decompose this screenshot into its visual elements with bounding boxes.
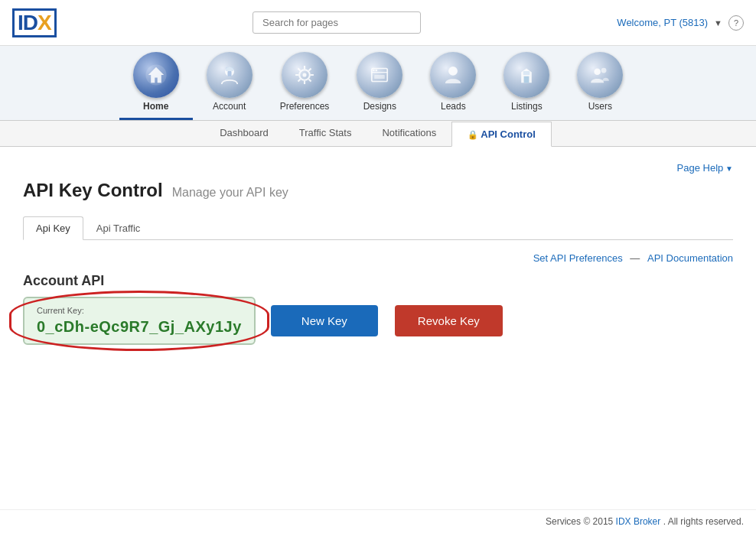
nav-label-account: Account xyxy=(213,101,246,112)
search-input[interactable] xyxy=(253,11,421,34)
svg-line-13 xyxy=(298,80,300,82)
lock-icon: 🔒 xyxy=(468,130,478,139)
sub-nav-dashboard[interactable]: Dashboard xyxy=(204,121,284,146)
page-subtitle: Manage your API key xyxy=(172,186,288,200)
svg-point-5 xyxy=(302,73,306,76)
nav-label-users: Users xyxy=(588,101,612,112)
svg-line-11 xyxy=(309,80,311,82)
nav-label-preferences: Preferences xyxy=(280,101,330,112)
account-api-title: Account API xyxy=(23,273,733,289)
svg-point-23 xyxy=(601,68,607,73)
current-key-label: Current Key: xyxy=(37,306,242,315)
svg-point-17 xyxy=(376,70,378,72)
svg-rect-18 xyxy=(375,75,386,79)
preferences-icon xyxy=(282,52,327,98)
nav-label-home: Home xyxy=(143,101,168,112)
main-content: Page Help API Key Control Manage your AP… xyxy=(0,147,756,360)
set-api-preferences-link[interactable]: Set API Preferences xyxy=(533,252,623,264)
nav-icons: Home Account Preferences Designs Leads L… xyxy=(0,46,756,121)
leads-icon xyxy=(430,52,476,98)
search-bar xyxy=(253,11,421,34)
svg-point-19 xyxy=(448,67,458,76)
api-links-separator: — xyxy=(630,252,643,264)
current-key-value[interactable]: 0_cDh-eQc9R7_Gj_AXy1Jy xyxy=(37,318,242,336)
page-title: API Key Control xyxy=(23,180,163,201)
sub-nav: Dashboard Traffic Stats Notifications 🔒A… xyxy=(0,121,756,147)
api-links: Set API Preferences — API Documentation xyxy=(23,252,733,264)
tab-api-key[interactable]: Api Key xyxy=(23,216,83,240)
nav-item-preferences[interactable]: Preferences xyxy=(266,52,344,120)
nav-item-designs[interactable]: Designs xyxy=(343,52,416,120)
nav-item-account[interactable]: Account xyxy=(193,52,266,120)
logo[interactable]: I D X xyxy=(12,8,57,37)
new-key-button[interactable]: New Key xyxy=(271,305,378,336)
designs-icon xyxy=(357,52,402,98)
users-icon xyxy=(577,52,623,98)
svg-line-12 xyxy=(309,69,311,71)
svg-line-10 xyxy=(298,69,300,71)
svg-rect-21 xyxy=(523,71,530,75)
account-icon xyxy=(207,52,253,98)
svg-rect-20 xyxy=(524,76,530,83)
page-help-button[interactable]: Page Help xyxy=(23,162,733,174)
user-info: Welcome, PT (5813) ▼ ? xyxy=(617,15,744,31)
sub-nav-notifications[interactable]: Notifications xyxy=(367,121,451,146)
nav-item-leads[interactable]: Leads xyxy=(416,52,490,120)
help-button[interactable]: ? xyxy=(728,15,744,31)
current-key-box: Current Key: 0_cDh-eQc9R7_Gj_AXy1Jy xyxy=(23,297,256,345)
home-icon xyxy=(133,52,179,98)
key-area: Current Key: 0_cDh-eQc9R7_Gj_AXy1Jy New … xyxy=(23,297,733,345)
svg-rect-3 xyxy=(227,71,231,76)
logo-x: X xyxy=(37,11,51,35)
listings-icon xyxy=(503,52,549,98)
page-title-area: API Key Control Manage your API key xyxy=(23,180,733,201)
key-oval-wrapper: Current Key: 0_cDh-eQc9R7_Gj_AXy1Jy xyxy=(23,297,256,345)
account-api-section: Account API Current Key: 0_cDh-eQc9R7_Gj… xyxy=(23,273,733,345)
revoke-key-button[interactable]: Revoke Key xyxy=(395,305,503,336)
action-buttons-row: New Key Revoke Key xyxy=(271,305,503,336)
header: I D X Welcome, PT (5813) ▼ ? xyxy=(0,0,756,46)
logo-i: I xyxy=(18,11,23,35)
welcome-text[interactable]: Welcome, PT (5813) xyxy=(617,17,708,28)
svg-point-16 xyxy=(373,70,375,72)
svg-point-22 xyxy=(595,69,601,76)
svg-rect-2 xyxy=(226,67,233,71)
nav-label-designs: Designs xyxy=(363,101,396,112)
content-tabs: Api Key Api Traffic xyxy=(23,216,733,240)
nav-item-listings[interactable]: Listings xyxy=(490,52,563,120)
sub-nav-traffic-stats[interactable]: Traffic Stats xyxy=(284,121,367,146)
nav-label-leads: Leads xyxy=(441,101,466,112)
tab-api-traffic[interactable]: Api Traffic xyxy=(83,216,154,240)
api-documentation-link[interactable]: API Documentation xyxy=(647,252,733,264)
logo-d: D xyxy=(23,11,37,35)
sub-nav-api-control[interactable]: 🔒API Control xyxy=(451,122,552,147)
nav-item-users[interactable]: Users xyxy=(563,52,637,120)
nav-label-listings: Listings xyxy=(511,101,543,112)
nav-item-home[interactable]: Home xyxy=(119,52,193,120)
